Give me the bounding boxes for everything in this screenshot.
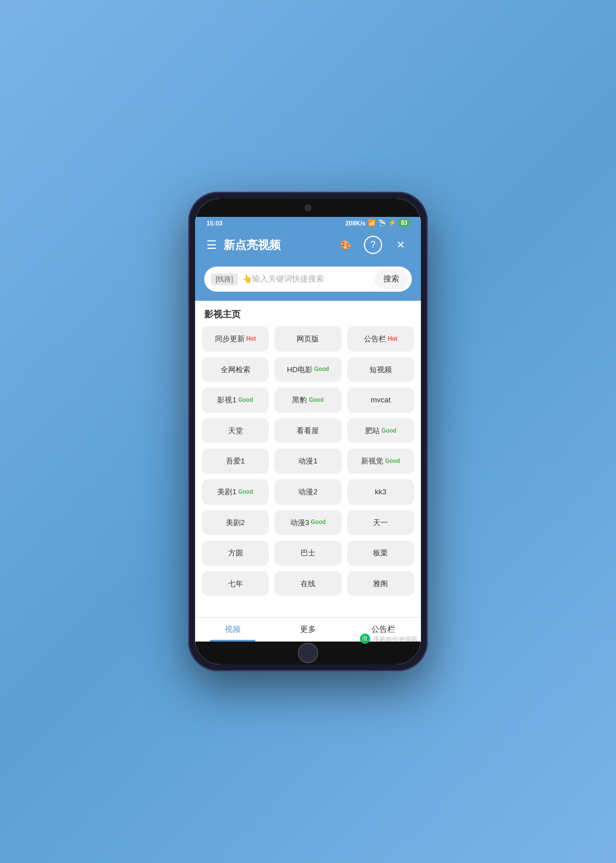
grid-item-label-20: 天一	[373, 518, 388, 527]
grid-item-6[interactable]: 影视1Good	[202, 388, 269, 413]
battery-badge: 83	[399, 219, 410, 227]
tab-更多[interactable]: 更多	[270, 618, 346, 642]
search-button[interactable]: 搜索	[374, 269, 408, 289]
grid-item-label-22: 巴士	[301, 549, 315, 558]
grid-item-tag-0: Hot	[246, 336, 256, 342]
phone-screen: 15:03 208K/s 📶 📡 ⚡ 83 ☰ 新点亮视频 🎨 ? ✕	[195, 199, 421, 664]
grid-item-19[interactable]: 动漫3Good	[274, 510, 341, 535]
grid-item-26[interactable]: 雅阁	[347, 571, 414, 596]
grid-item-16[interactable]: 动漫2	[274, 479, 341, 505]
grid-item-label-23: 板栗	[373, 549, 388, 558]
tab-label-0: 视频	[225, 624, 241, 635]
camera-lens	[305, 204, 311, 211]
grid-item-11[interactable]: 肥站Good	[347, 418, 414, 443]
search-placeholder: 👆输入关键词快捷搜索	[242, 274, 374, 284]
status-right: 208K/s 📶 📡 ⚡ 83	[345, 219, 410, 227]
grid-item-label-15: 美剧1	[217, 487, 236, 497]
close-button[interactable]: ✕	[391, 236, 410, 254]
grid-item-14[interactable]: 新视觉Good	[347, 449, 414, 474]
grid-item-1[interactable]: 网页版	[274, 326, 341, 352]
palette-button[interactable]: 🎨	[337, 236, 355, 254]
route-tag: [线路]	[211, 273, 238, 285]
grid-item-label-3: 全网检索	[221, 365, 250, 374]
header-actions: 🎨 ? ✕	[337, 236, 410, 254]
grid-item-label-1: 网页版	[297, 334, 319, 344]
grid-item-label-17: kk3	[375, 487, 386, 497]
section-title: 影视主页	[195, 301, 421, 326]
grid-item-tag-11: Good	[382, 428, 396, 434]
grid-item-label-13: 动漫1	[298, 457, 317, 466]
grid-item-label-7: 黑豹	[292, 396, 307, 405]
grid-item-4[interactable]: HD电影Good	[274, 357, 341, 382]
watermark-text: 手机软件资源局	[372, 635, 416, 643]
grid-item-0[interactable]: 同步更新Hot	[202, 326, 269, 352]
grid-item-label-25: 在线	[301, 579, 315, 588]
tab-label-1: 更多	[300, 624, 316, 635]
app-header: ☰ 新点亮视频 🎨 ? ✕	[195, 229, 421, 261]
wifi-icon: 📡	[378, 219, 386, 227]
grid-item-label-6: 影视1	[217, 396, 236, 405]
grid-item-label-4: HD电影	[287, 365, 313, 374]
grid-item-12[interactable]: 吾爱1	[202, 449, 269, 474]
grid-item-label-14: 新视觉	[361, 457, 383, 466]
video-grid: 同步更新Hot网页版公告栏Hot全网检索HD电影Good短视频影视1Good黑豹…	[195, 326, 421, 603]
grid-item-tag-14: Good	[385, 458, 400, 465]
grid-item-tag-7: Good	[309, 397, 323, 404]
grid-item-label-0: 同步更新	[215, 334, 245, 344]
grid-item-label-19: 动漫3	[290, 518, 309, 527]
grid-item-5[interactable]: 短视频	[347, 357, 414, 382]
grid-item-label-11: 肥站	[365, 426, 380, 435]
grid-item-tag-4: Good	[314, 366, 329, 373]
grid-item-15[interactable]: 美剧1Good	[202, 479, 269, 505]
grid-item-7[interactable]: 黑豹Good	[274, 388, 341, 413]
grid-item-label-24: 七年	[228, 579, 243, 588]
search-bar[interactable]: [线路] 👆输入关键词快捷搜索 搜索	[204, 267, 412, 292]
grid-item-10[interactable]: 看看屋	[274, 418, 341, 443]
grid-item-21[interactable]: 方圆	[202, 541, 269, 566]
grid-item-label-9: 天堂	[228, 426, 243, 435]
grid-item-tag-6: Good	[238, 397, 253, 404]
charging-icon: ⚡	[388, 219, 396, 227]
grid-item-20[interactable]: 天一	[347, 510, 414, 535]
grid-item-label-21: 方圆	[228, 549, 243, 558]
menu-icon[interactable]: ☰	[206, 238, 217, 252]
tab-视频[interactable]: 视频	[195, 618, 270, 642]
close-icon: ✕	[396, 239, 405, 251]
phone-device: 15:03 208K/s 📶 📡 ⚡ 83 ☰ 新点亮视频 🎨 ? ✕	[188, 192, 428, 671]
app-title: 新点亮视频	[224, 237, 337, 253]
grid-item-17[interactable]: kk3	[347, 479, 414, 505]
grid-item-9[interactable]: 天堂	[202, 418, 269, 443]
grid-item-tag-2: Hot	[388, 336, 398, 342]
help-icon: ?	[371, 240, 376, 250]
phone-bottom-bar	[195, 642, 421, 664]
watermark: 微 手机软件资源局	[360, 634, 416, 644]
help-button[interactable]: ?	[364, 236, 382, 254]
grid-item-2[interactable]: 公告栏Hot	[347, 326, 414, 352]
grid-item-tag-19: Good	[311, 519, 326, 526]
status-time: 15:03	[206, 220, 222, 227]
main-content: 影视主页 同步更新Hot网页版公告栏Hot全网检索HD电影Good短视频影视1G…	[195, 301, 421, 617]
grid-item-3[interactable]: 全网检索	[202, 357, 269, 382]
grid-item-label-18: 美剧2	[226, 518, 245, 527]
grid-item-13[interactable]: 动漫1	[274, 449, 341, 474]
grid-item-18[interactable]: 美剧2	[202, 510, 269, 535]
phone-top-bar	[195, 199, 421, 217]
grid-item-25[interactable]: 在线	[274, 571, 341, 596]
signal-icon: 📶	[368, 219, 376, 227]
grid-item-label-8: mvcat	[371, 396, 391, 405]
grid-item-label-26: 雅阁	[373, 579, 388, 588]
home-button[interactable]	[298, 643, 318, 663]
grid-item-label-12: 吾爱1	[226, 457, 245, 466]
status-bar: 15:03 208K/s 📶 📡 ⚡ 83	[195, 217, 421, 229]
grid-item-label-2: 公告栏	[364, 334, 386, 344]
grid-item-tag-15: Good	[238, 489, 253, 495]
grid-item-23[interactable]: 板栗	[347, 541, 414, 566]
wechat-icon: 微	[360, 634, 370, 644]
grid-item-24[interactable]: 七年	[202, 571, 269, 596]
grid-item-label-10: 看看屋	[297, 426, 319, 435]
grid-item-label-5: 短视频	[370, 365, 392, 374]
grid-item-label-16: 动漫2	[298, 487, 317, 497]
grid-item-8[interactable]: mvcat	[347, 388, 414, 413]
search-section: [线路] 👆输入关键词快捷搜索 搜索	[195, 261, 421, 301]
grid-item-22[interactable]: 巴士	[274, 541, 341, 566]
